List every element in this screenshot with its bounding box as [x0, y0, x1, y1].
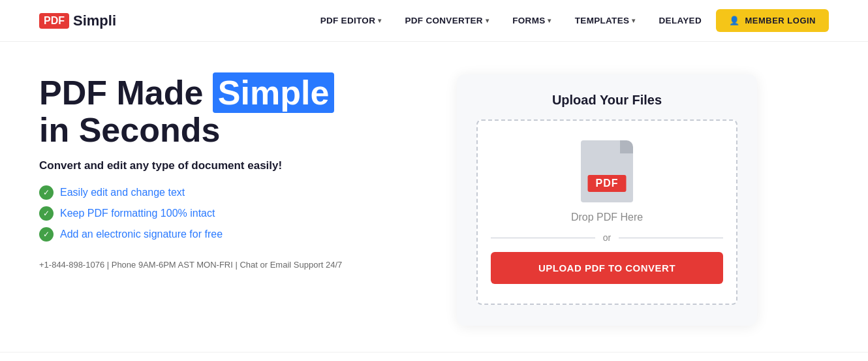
- or-divider: or: [491, 232, 723, 243]
- member-login-button[interactable]: 👤 MEMBER LOGIN: [716, 9, 829, 32]
- drop-zone[interactable]: PDF Drop PDF Here or UPLOAD PDF TO CONVE…: [476, 119, 737, 305]
- pdf-icon-fold: [620, 140, 633, 153]
- hero-title-part1: PDF Made: [39, 74, 213, 112]
- hero-title: PDF Made Simple in Seconds: [39, 74, 405, 149]
- nav-item-pdf-converter[interactable]: PDF CONVERTER ▾: [396, 10, 499, 31]
- check-icon: ✓: [39, 185, 54, 200]
- user-icon: 👤: [729, 16, 740, 25]
- chevron-down-icon: ▾: [548, 17, 551, 24]
- logo[interactable]: PDF Simpli: [39, 12, 116, 29]
- upload-title: Upload Your Files: [476, 93, 737, 108]
- hero-subtitle: Convert and edit any type of document ea…: [39, 159, 405, 172]
- left-section: PDF Made Simple in Seconds Convert and e…: [39, 74, 405, 270]
- feature-item-1: ✓ Easily edit and change text: [39, 185, 405, 200]
- pdf-file-icon: PDF: [581, 140, 633, 202]
- nav-item-forms[interactable]: FORMS ▾: [503, 10, 561, 31]
- chevron-down-icon: ▾: [378, 17, 381, 24]
- main-content: PDF Made Simple in Seconds Convert and e…: [0, 42, 868, 352]
- main-nav: PDF EDITOR ▾ PDF CONVERTER ▾ FORMS ▾ TEM…: [311, 9, 829, 32]
- chevron-down-icon: ▾: [632, 17, 635, 24]
- nav-item-delayed[interactable]: DELAYED: [650, 10, 711, 31]
- upload-section: Upload Your Files PDF Drop PDF Here or U…: [457, 74, 757, 326]
- chevron-down-icon: ▾: [486, 17, 489, 24]
- nav-item-pdf-editor[interactable]: PDF EDITOR ▾: [311, 10, 391, 31]
- bottom-section: Unlimited access to all our tools: [0, 352, 868, 361]
- divider-line-right: [619, 238, 723, 238]
- upload-pdf-button[interactable]: UPLOAD PDF TO CONVERT: [491, 252, 723, 284]
- or-text: or: [603, 232, 611, 243]
- check-icon: ✓: [39, 227, 54, 242]
- feature-item-2: ✓ Keep PDF formatting 100% intact: [39, 206, 405, 221]
- drop-text: Drop PDF Here: [571, 212, 643, 223]
- feature-list: ✓ Easily edit and change text ✓ Keep PDF…: [39, 185, 405, 242]
- pdf-icon-label: PDF: [588, 175, 627, 192]
- divider-line-left: [491, 238, 595, 238]
- hero-title-part2: in Seconds: [39, 111, 220, 149]
- logo-pdf: PDF: [39, 13, 69, 29]
- hero-title-highlight: Simple: [213, 72, 335, 113]
- nav-item-templates[interactable]: TEMPLATES ▾: [566, 10, 645, 31]
- contact-info: +1-844-898-1076 | Phone 9AM-6PM AST MON-…: [39, 260, 405, 270]
- logo-simpli: Simpli: [73, 12, 116, 29]
- feature-item-3: ✓ Add an electronic signature for free: [39, 227, 405, 242]
- check-icon: ✓: [39, 206, 54, 221]
